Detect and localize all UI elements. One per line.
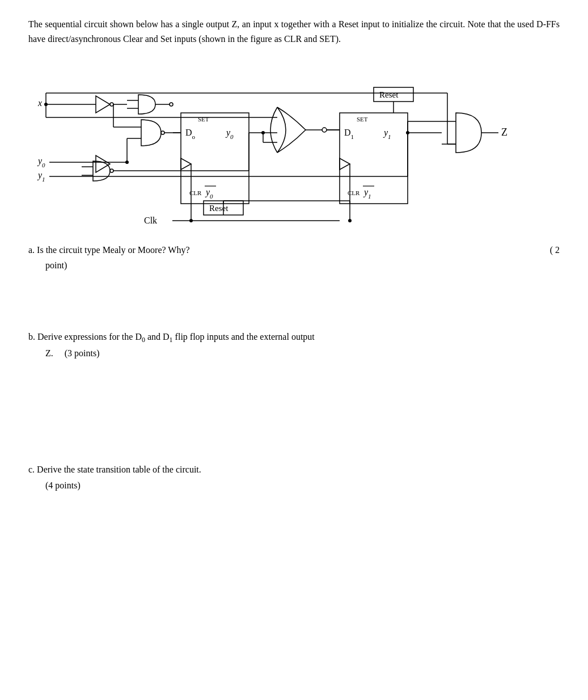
svg-text:D1: D1: [344, 128, 354, 140]
svg-text:Z: Z: [501, 126, 507, 138]
svg-text:y1: y1: [37, 170, 45, 183]
svg-marker-64: [340, 158, 350, 170]
svg-point-17: [110, 169, 113, 172]
svg-marker-36: [181, 158, 191, 170]
svg-point-28: [125, 161, 129, 164]
svg-text:y1: y1: [383, 128, 391, 140]
svg-marker-14: [96, 155, 110, 172]
svg-text:y0: y0: [37, 156, 45, 168]
svg-text:y0: y0: [205, 187, 213, 200]
question-a: a. Is the circuit type Mealy or Moore? W…: [28, 242, 560, 273]
svg-point-13: [170, 103, 173, 106]
svg-text:Reset: Reset: [209, 204, 229, 213]
question-b-z: Z.: [45, 348, 53, 358]
circuit-diagram: x y0 y1: [33, 56, 555, 232]
svg-text:Do: Do: [185, 128, 196, 140]
question-a-text: a. Is the circuit type Mealy or Moore? W…: [28, 242, 190, 258]
question-c-text: Derive the state transition table of the…: [37, 465, 201, 474]
svg-text:SET: SET: [357, 116, 368, 123]
svg-point-21: [161, 131, 164, 134]
svg-point-49: [322, 128, 327, 132]
question-b-label: b.: [28, 332, 35, 341]
svg-text:x: x: [37, 98, 42, 108]
svg-point-56: [261, 131, 265, 134]
svg-marker-7: [96, 96, 110, 113]
question-b: b. Derive expressions for the D0 and D1 …: [28, 329, 560, 361]
question-c: c. Derive the state transition table of …: [28, 462, 560, 492]
svg-text:SET: SET: [198, 116, 209, 123]
question-c-points: (4 points): [45, 478, 560, 493]
svg-point-42: [189, 219, 193, 222]
svg-text:y0: y0: [225, 128, 234, 140]
question-a-continuation: point): [45, 258, 560, 273]
svg-text:Reset: Reset: [379, 90, 399, 99]
question-b-points: (3 points): [65, 348, 100, 358]
question-c-label: c.: [28, 465, 35, 474]
svg-point-68: [348, 219, 352, 222]
svg-text:y1: y1: [363, 187, 371, 200]
intro-paragraph: The sequential circuit shown below has a…: [28, 17, 560, 46]
question-a-points: ( 2: [550, 242, 560, 258]
svg-text:Clk: Clk: [144, 216, 157, 225]
